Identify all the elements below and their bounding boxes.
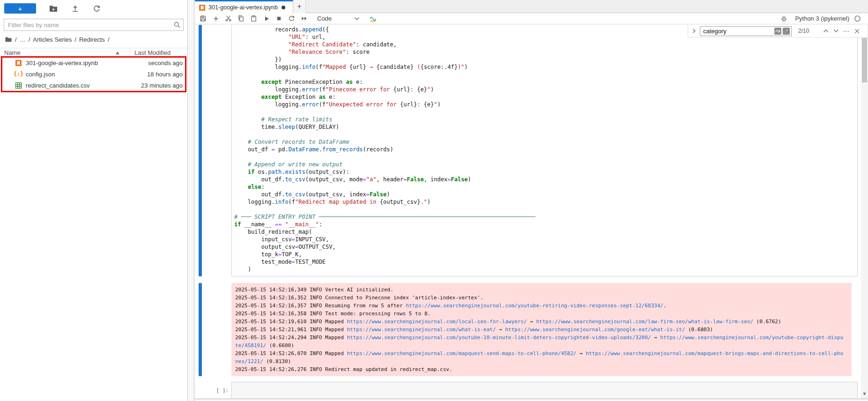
output-prompt-area: [202, 283, 231, 376]
previous-match-button[interactable]: [821, 26, 831, 36]
cut-cell-button[interactable]: [222, 14, 235, 24]
filter-files-input[interactable]: [4, 19, 184, 31]
file-browser-panel: +: [0, 0, 188, 401]
code-line: [234, 108, 855, 116]
code-line: "Redirect Candidate": candidate,: [234, 41, 855, 48]
log-text: 2025-05-15 14:52:19,610 INFO Mapped: [235, 319, 347, 325]
log-text: →: [651, 334, 660, 341]
file-list: 301-google-ai-vertex.ipynbseconds ago{:}…: [0, 57, 187, 91]
notebook-toolbar: Code Python 3 (ip: [195, 13, 868, 24]
scrollbar-thumb[interactable]: [862, 38, 867, 82]
log-text: 2025-05-15 14:52:24,294 INFO Mapped: [235, 334, 347, 341]
log-line: 2025-05-15 14:52:24,294 INFO Mapped http…: [235, 334, 848, 342]
code-line: }): [234, 56, 855, 63]
cell-type-value: Code: [317, 15, 332, 22]
breadcrumb: / … / Articles Series / Redirects /: [0, 31, 187, 48]
column-header-name[interactable]: Name: [0, 48, 130, 57]
breadcrumb-root[interactable]: /: [15, 36, 17, 43]
log-line: 2025-05-15 14:52:26,276 INFO Redirect ma…: [235, 365, 848, 373]
paste-cell-button[interactable]: [247, 14, 260, 24]
breadcrumb-ellipsis[interactable]: …: [20, 36, 26, 43]
csv-file-icon: [15, 82, 22, 89]
tab-notebook[interactable]: 301-google-ai-vertex.ipynb: [195, 0, 293, 14]
close-search-button[interactable]: [852, 26, 862, 36]
breadcrumb-separator: /: [29, 36, 30, 43]
save-button[interactable]: [197, 14, 209, 24]
log-text: 2025-05-15 14:52:26,070 INFO Mapped: [235, 350, 347, 356]
next-match-button[interactable]: [831, 26, 841, 36]
column-modified-label: Last Modified: [134, 49, 171, 56]
notebook-file-icon: [15, 59, 22, 67]
refresh-file-list-button[interactable]: [92, 4, 101, 13]
vertical-scrollbar[interactable]: ▼: [861, 25, 868, 398]
restart-kernel-button[interactable]: [285, 14, 298, 24]
panel-splitter[interactable]: [188, 0, 194, 401]
cell-type-dropdown[interactable]: Code: [317, 15, 360, 22]
copy-cell-button[interactable]: [235, 14, 247, 24]
code-line: build_redirect_map(: [234, 228, 855, 236]
debugger-button[interactable]: [778, 14, 790, 24]
file-row[interactable]: {:}config.json18 hours ago: [0, 68, 187, 80]
log-url-link[interactable]: https://www.searchenginejournal.com/mapq…: [347, 350, 576, 356]
breadcrumb-item-redirects[interactable]: Redirects: [79, 36, 105, 43]
log-url-link[interactable]: https://www.searchenginejournal.com/yout…: [660, 334, 843, 341]
regex-toggle[interactable]: .*: [783, 28, 790, 35]
log-url-link[interactable]: nes/1221/: [235, 358, 263, 364]
code-line: input_csv=INPUT_CSV,: [234, 236, 855, 243]
kernel-status-icon[interactable]: [854, 15, 861, 22]
restart-run-all-button[interactable]: [298, 14, 311, 24]
restart-icon: [288, 15, 295, 22]
toolbar-extension-icon[interactable]: [369, 15, 377, 22]
log-url-link[interactable]: https://www.searchenginejournal.com/yout…: [347, 334, 651, 341]
column-header-modified[interactable]: Last Modified: [130, 49, 187, 56]
search-expand-icon[interactable]: [692, 28, 696, 34]
kernel-name[interactable]: Python 3 (ipykernel): [795, 15, 849, 22]
code-line: # Respect rate limits: [234, 116, 855, 123]
stderr-log-output: 2025-05-15 14:52:16,349 INFO Vertex AI i…: [231, 283, 852, 376]
search-overlay: Aa .* 2/10 ⋯: [688, 25, 868, 37]
search-more-options-button[interactable]: ⋯: [841, 26, 852, 36]
code-line: # Append or write new output: [234, 161, 855, 168]
file-row[interactable]: redirect_candidates.csv23 minutes ago: [0, 80, 187, 91]
new-launcher-button[interactable]: +: [4, 3, 36, 14]
log-line: nes/1221/ (0.8130): [235, 357, 848, 365]
log-text: 2025-05-15 14:52:16,358 INFO Test mode: …: [235, 311, 430, 317]
upload-button[interactable]: [71, 4, 79, 13]
code-line: logging.error(f"Pinecone error for {url}…: [234, 86, 855, 93]
log-url-link[interactable]: https://www.searchenginejournal.com/what…: [347, 327, 496, 333]
stop-kernel-button[interactable]: [273, 14, 285, 24]
match-case-toggle[interactable]: Aa: [774, 28, 781, 35]
log-url-link[interactable]: https://www.searchenginejournal.com/goog…: [505, 327, 685, 333]
log-line: 2025-05-15 14:52:16,357 INFO Resuming fr…: [235, 302, 848, 310]
log-url-link[interactable]: te/458191/: [235, 342, 266, 349]
fast-forward-icon: [301, 15, 308, 22]
insert-cell-button[interactable]: [209, 14, 222, 24]
file-modified: seconds ago: [130, 59, 187, 67]
folder-icon[interactable]: [5, 36, 12, 43]
code-line: # Convert records to DataFrame: [234, 138, 855, 146]
new-folder-button[interactable]: [49, 4, 58, 13]
add-tab-button[interactable]: +: [293, 0, 306, 13]
breadcrumb-item-articles-series[interactable]: Articles Series: [33, 36, 72, 43]
code-editor[interactable]: records.append({ "URL": url, "Redirect C…: [231, 25, 858, 276]
log-text: →: [496, 327, 505, 333]
tab-title: 301-google-ai-vertex.ipynb: [208, 4, 278, 11]
empty-cell-editor[interactable]: [231, 382, 858, 398]
stop-icon: [276, 15, 282, 22]
new-folder-icon: [49, 4, 58, 13]
output-collapser[interactable]: [199, 283, 202, 376]
log-text: 2025-05-15 14:52:21,961 INFO Mapped: [235, 327, 347, 333]
paste-icon: [250, 15, 257, 22]
log-url-link[interactable]: https://www.searchenginejournal.com/mapq…: [586, 350, 843, 356]
copy-icon: [237, 15, 245, 22]
log-url-link[interactable]: https://www.searchenginejournal.com/loca…: [347, 319, 527, 325]
scroll-down-button[interactable]: ▼: [861, 390, 868, 397]
input-collapser[interactable]: [199, 25, 202, 276]
run-cell-button[interactable]: [260, 14, 273, 24]
log-url-link[interactable]: https://www.searchenginejournal.com/law-…: [536, 319, 753, 325]
code-line: out_df.to_csv(output_csv, mode="a", head…: [234, 176, 855, 183]
file-row[interactable]: 301-google-ai-vertex.ipynbseconds ago: [0, 57, 187, 68]
empty-code-cell: [ ]:: [195, 382, 861, 398]
unsaved-changes-dot: [282, 6, 285, 9]
log-url-link[interactable]: https://www.searchenginejournal.com/yout…: [406, 303, 663, 309]
